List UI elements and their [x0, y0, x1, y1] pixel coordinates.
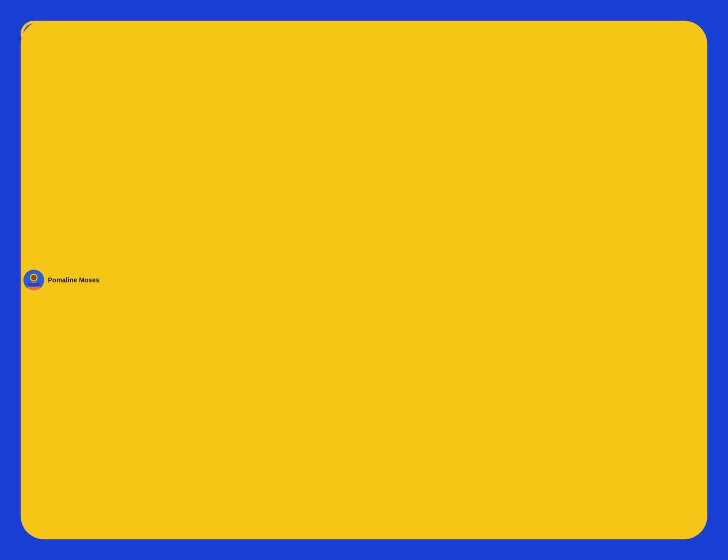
author-name-bottom: Pomaline Moses	[48, 276, 100, 284]
svg-rect-26	[28, 283, 39, 287]
author-avatar-bottom	[23, 270, 44, 290]
svg-point-25	[31, 275, 37, 280]
author-badge-bottom: Pomaline Moses	[21, 21, 707, 539]
